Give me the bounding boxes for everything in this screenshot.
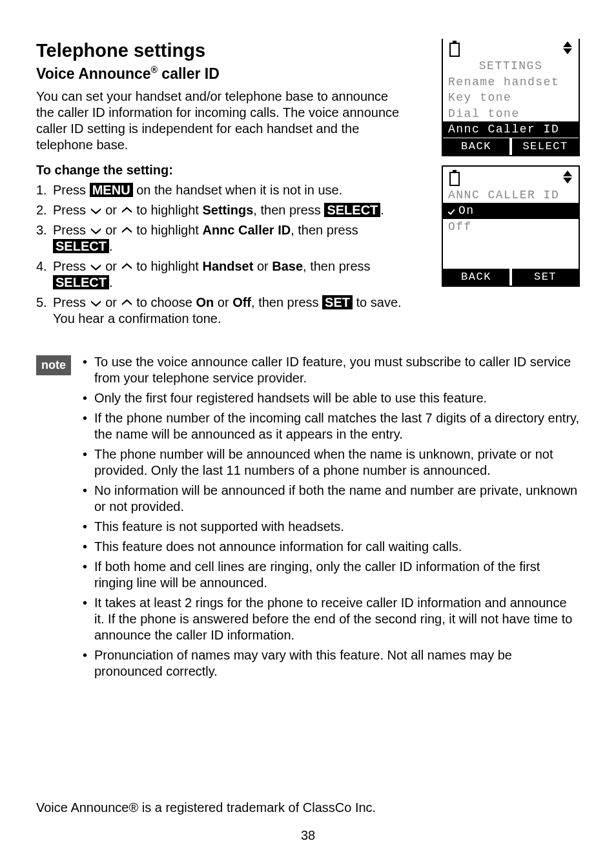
note-item: Only the first four registered handsets … [80,390,580,406]
note-item: Pronunciation of names may vary with thi… [80,647,580,680]
menu-button-label: MENU [90,183,133,197]
set-button-label: SET [322,295,353,309]
notes-block: note To use the voice announce caller ID… [36,354,580,683]
notes-list: To use the voice announce caller ID feat… [80,354,580,683]
select-button-label: SELECT [53,239,109,253]
lcd-title: SETTINGS [443,58,579,74]
lcd-row: Off [443,219,579,235]
step-2: 2. Press or to highlight Settings, then … [36,202,404,218]
lcd-row: Rename handset [443,74,579,90]
softkey-back: BACK [443,138,509,155]
chevron-up-icon [121,298,133,307]
lcd-row-selected: Annc Caller ID [443,121,579,138]
battery-icon [449,171,460,185]
note-item: This feature is not supported with heads… [80,519,580,535]
note-item: If both home and cell lines are ringing,… [80,559,580,591]
note-item: No information will be announced if both… [80,483,580,515]
softkey-set: SET [509,269,579,286]
chevron-down-icon [90,206,102,215]
up-down-icon [563,171,572,183]
select-button-label: SELECT [324,203,380,217]
intro-paragraph: You can set your handset and/or telephon… [36,88,404,153]
softkey-select: SELECT [509,138,579,155]
chevron-down-icon [90,298,102,307]
step-4: 4. Press or to highlight Handset or Base… [36,258,404,291]
up-down-icon [563,41,572,54]
check-icon [448,206,457,215]
lcd-annc-screen: ANNC CALLER ID On Off BACK SET [442,165,580,287]
step-5: 5. Press or to choose On or Off, then pr… [36,295,404,327]
note-item: This feature does not announce informati… [80,539,580,555]
battery-icon [449,41,460,56]
lcd-row: Key tone [443,90,579,106]
chevron-down-icon [90,262,102,271]
lcd-row-selected: On [443,203,579,219]
chevron-up-icon [121,206,133,215]
chevron-up-icon [121,262,133,271]
note-item: If the phone number of the incoming call… [80,410,580,442]
step-3: 3. Press or to highlight Annc Caller ID,… [36,222,404,255]
lcd-row: Dial tone [443,106,579,122]
lcd-screens: SETTINGS Rename handset Key tone Dial to… [442,39,580,296]
softkey-back: BACK [443,269,509,286]
lcd-settings-screen: SETTINGS Rename handset Key tone Dial to… [442,39,580,156]
lcd-title: ANNC CALLER ID [443,187,579,203]
step-1: 1. Press MENU on the handset when it is … [36,182,404,198]
steps-list: 1. Press MENU on the handset when it is … [36,182,404,327]
note-badge: note [36,355,71,375]
lcd-softkeys: BACK SELECT [443,138,579,155]
registered-symbol: ® [151,65,158,76]
note-item: It takes at least 2 rings for the phone … [80,595,580,643]
page-number: 38 [36,827,580,844]
select-button-label: SELECT [53,275,109,289]
trademark-note: Voice Announce® is a registered trademar… [36,800,580,816]
note-item: The phone number will be announced when … [80,446,580,479]
lcd-softkeys: BACK SET [443,269,579,286]
chevron-up-icon [121,226,133,235]
chevron-down-icon [90,226,102,235]
note-item: To use the voice announce caller ID feat… [80,354,580,386]
